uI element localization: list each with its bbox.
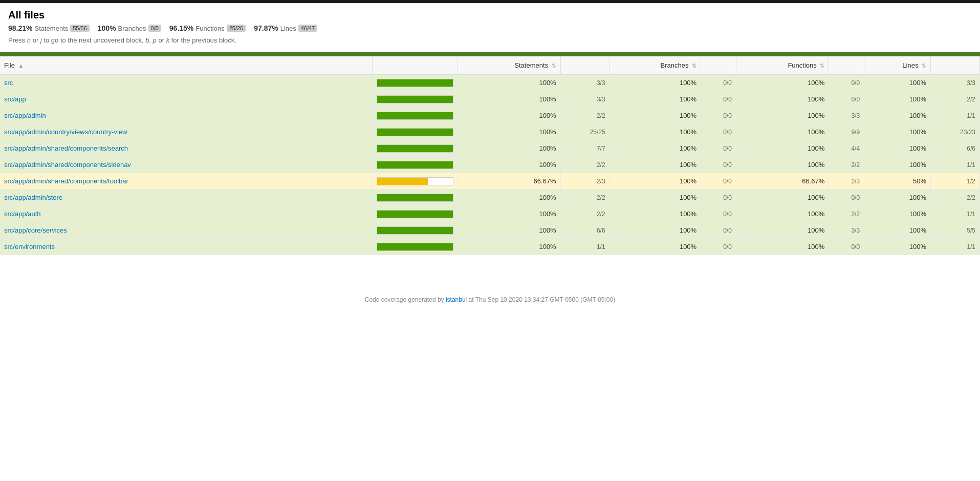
fn-frac-cell: 4/4 xyxy=(829,140,864,157)
ln-frac-cell: 2/2 xyxy=(931,91,980,108)
file-cell[interactable]: src/environments xyxy=(0,239,373,255)
progress-bar xyxy=(377,243,453,251)
ln-frac-cell: 1/1 xyxy=(931,157,980,173)
summary-line: 98.21% Statements 55/56 100% Branches 0/… xyxy=(8,24,972,32)
statements-pct: 98.21% xyxy=(8,24,32,32)
stmt-frac-cell: 3/3 xyxy=(560,91,609,108)
bar-cell xyxy=(373,140,458,157)
file-cell[interactable]: src/app/admin/country/views/country-view xyxy=(0,124,373,140)
br-frac-cell: 0/0 xyxy=(701,91,736,108)
progress-bar-fill xyxy=(377,79,453,87)
bar-cell xyxy=(373,108,458,124)
progress-bar-fill xyxy=(377,178,428,185)
file-link[interactable]: src/app/admin/shared/components/sidenav xyxy=(4,161,131,169)
bar-cell xyxy=(373,239,458,255)
fn-pct-cell: 100% xyxy=(736,222,829,239)
file-cell[interactable]: src/app/core/services xyxy=(0,222,373,239)
ln-pct-cell: 100% xyxy=(864,239,931,255)
file-link[interactable]: src/app/admin xyxy=(4,112,46,119)
file-link[interactable]: src/app/admin/store xyxy=(4,194,62,201)
file-cell[interactable]: src/app xyxy=(0,91,373,108)
branches-sort-icon: ⇅ xyxy=(692,62,696,69)
fn-frac-cell: 0/0 xyxy=(829,190,864,206)
stmt-frac-cell: 2/2 xyxy=(560,206,609,222)
fn-frac-cell: 2/2 xyxy=(829,157,864,173)
file-link[interactable]: src/app/admin/country/views/country-view xyxy=(4,128,127,136)
file-link[interactable]: src xyxy=(4,79,13,87)
progress-bar xyxy=(377,112,453,120)
fn-pct-cell: 100% xyxy=(736,206,829,222)
file-cell[interactable]: src/app/admin xyxy=(0,108,373,124)
br-frac-cell: 0/0 xyxy=(701,157,736,173)
progress-bar-fill xyxy=(377,161,453,169)
progress-bar xyxy=(377,95,453,103)
br-frac-cell: 0/0 xyxy=(701,140,736,157)
stmt-frac-cell: 6/6 xyxy=(560,222,609,239)
br-pct-cell: 100% xyxy=(609,239,701,255)
file-cell[interactable]: src/app/admin/shared/components/toolbar xyxy=(0,173,373,190)
progress-bar-fill xyxy=(377,211,453,218)
footer: Code coverage generated by istanbul at T… xyxy=(0,286,980,313)
fn-pct-cell: 100% xyxy=(736,75,829,91)
br-frac-cell: 0/0 xyxy=(701,75,736,91)
file-sort-icon: ▲ xyxy=(18,62,24,69)
progress-bar xyxy=(377,128,453,136)
ln-pct-cell: 50% xyxy=(864,173,931,190)
lines-column-header[interactable]: Lines ⇅ xyxy=(864,56,931,75)
functions-frac-header xyxy=(829,56,864,75)
stmt-frac-cell: 25/25 xyxy=(560,124,609,140)
bar-cell xyxy=(373,190,458,206)
footer-text-before: Code coverage generated by xyxy=(365,296,446,303)
fn-pct-cell: 66.67% xyxy=(736,173,829,190)
green-divider xyxy=(0,52,980,56)
stmt-pct-cell: 100% xyxy=(458,222,561,239)
file-cell[interactable]: src/app/admin/shared/components/search xyxy=(0,140,373,157)
lines-sort-icon: ⇅ xyxy=(922,62,926,69)
lines-badge: 46/47 xyxy=(298,25,318,32)
fn-pct-cell: 100% xyxy=(736,124,829,140)
footer-text-after: at Thu Sep 10 2020 13:34:27 GMT-0500 (GM… xyxy=(467,296,615,303)
br-pct-cell: 100% xyxy=(609,173,701,190)
ln-frac-cell: 1/1 xyxy=(931,239,980,255)
progress-bar xyxy=(377,161,453,169)
file-link[interactable]: src/app/admin/shared/components/search xyxy=(4,144,128,152)
br-pct-cell: 100% xyxy=(609,124,701,140)
statements-column-header[interactable]: Statements ⇅ xyxy=(458,56,561,75)
istanbul-link[interactable]: istanbul xyxy=(446,296,467,303)
branches-summary: 100% Branches 0/0 xyxy=(98,24,161,32)
bar-cell xyxy=(373,206,458,222)
file-column-header[interactable]: File ▲ xyxy=(0,56,373,75)
fn-frac-cell: 0/0 xyxy=(829,91,864,108)
file-link[interactable]: src/app/auth xyxy=(4,210,41,218)
branches-column-header[interactable]: Branches ⇅ xyxy=(609,56,701,75)
ln-pct-cell: 100% xyxy=(864,75,931,91)
hint-text: Press n or j to go to the next uncovered… xyxy=(8,36,972,44)
ln-frac-cell: 5/5 xyxy=(931,222,980,239)
progress-bar xyxy=(377,194,453,202)
table-row: src/environments 100% 1/1 100% 0/0 100% … xyxy=(0,239,980,255)
stmt-frac-cell: 2/2 xyxy=(560,108,609,124)
file-link[interactable]: src/app/admin/shared/components/toolbar xyxy=(4,177,128,185)
statements-badge: 55/56 xyxy=(70,25,90,32)
stmt-frac-cell: 2/2 xyxy=(560,157,609,173)
file-cell[interactable]: src xyxy=(0,75,373,91)
file-link[interactable]: src/environments xyxy=(4,243,55,250)
stmt-pct-cell: 100% xyxy=(458,140,561,157)
file-cell[interactable]: src/app/auth xyxy=(0,206,373,222)
ln-frac-cell: 3/3 xyxy=(931,75,980,91)
bar-column-header xyxy=(373,56,458,75)
progress-bar xyxy=(377,79,453,87)
functions-column-header[interactable]: Functions ⇅ xyxy=(736,56,829,75)
ln-pct-cell: 100% xyxy=(864,222,931,239)
file-link[interactable]: src/app xyxy=(4,95,26,103)
br-frac-cell: 0/0 xyxy=(701,190,736,206)
progress-bar xyxy=(377,177,453,185)
fn-pct-cell: 100% xyxy=(736,190,829,206)
page-title: All files xyxy=(8,9,972,21)
file-cell[interactable]: src/app/admin/store xyxy=(0,190,373,206)
file-cell[interactable]: src/app/admin/shared/components/sidenav xyxy=(0,157,373,173)
file-link[interactable]: src/app/core/services xyxy=(4,226,67,234)
fn-frac-cell: 0/0 xyxy=(829,75,864,91)
stmt-frac-cell: 3/3 xyxy=(560,75,609,91)
bar-cell xyxy=(373,157,458,173)
